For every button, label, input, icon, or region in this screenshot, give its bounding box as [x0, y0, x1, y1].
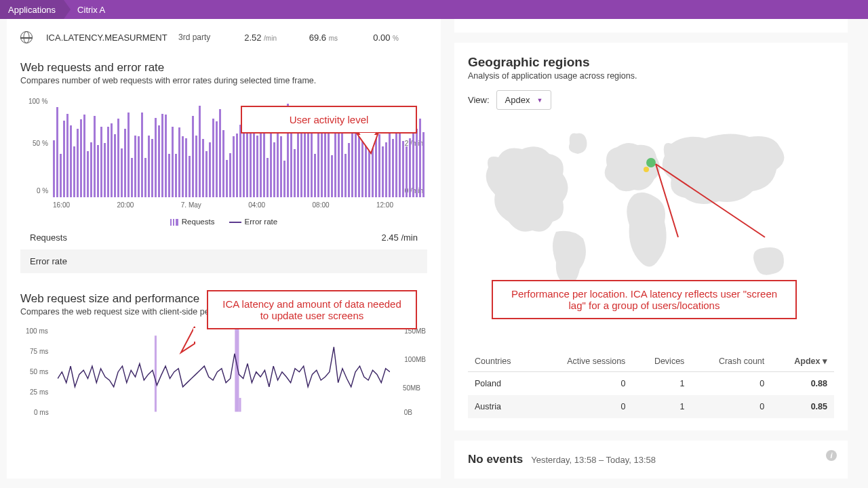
globe-icon	[20, 31, 33, 43]
geo-table: CountriesActive sessionsDevicesCrash cou…	[468, 350, 834, 418]
stat-requests[interactable]: Requests2.45 /min	[20, 226, 427, 249]
y-axis-label: 50 ms	[30, 368, 48, 375]
top-metric-row: ICA.LATENCY.MEASURMENT 3rd party 2.52 /m…	[20, 26, 427, 49]
web-requests-subtitle: Compares number of web requests with err…	[20, 76, 427, 85]
view-label: View:	[468, 95, 490, 105]
view-select[interactable]: Apdex▼	[496, 90, 552, 110]
svg-marker-1	[359, 133, 376, 136]
main-left-panel: ICA.LATENCY.MEASURMENT 3rd party 2.52 /m…	[7, 19, 441, 479]
y-axis-label: 25 ms	[30, 388, 48, 396]
svg-point-7	[646, 158, 656, 167]
chart-legend: Requests Error rate	[20, 218, 427, 226]
chevron-down-icon: ▼	[536, 97, 542, 104]
events-card[interactable]: No events Yesterday, 13:58 – Today, 13:5…	[454, 441, 848, 479]
svg-marker-3	[193, 328, 195, 342]
metric-party: 3rd party	[178, 33, 216, 42]
table-header[interactable]: CountriesActive sessionsDevicesCrash cou…	[468, 350, 834, 372]
y-axis-label: 0 ms	[34, 409, 49, 416]
svg-point-8	[644, 167, 649, 172]
svg-rect-4	[155, 336, 157, 411]
events-range: Yesterday, 13:58 – Today, 13:58	[531, 455, 656, 465]
y-axis-label: 0 %	[37, 187, 48, 195]
callout-activity: User activity level	[241, 106, 417, 134]
info-icon[interactable]: i	[826, 450, 837, 461]
y-axis-label: 0B	[404, 409, 412, 416]
geo-title: Geographic regions	[468, 55, 834, 70]
y-axis-label: 100 ms	[26, 327, 48, 335]
breadcrumb-root[interactable]: Applications	[0, 0, 64, 19]
y-axis-label: 50 %	[33, 140, 48, 147]
metric-name: ICA.LATENCY.MEASURMENT	[46, 33, 165, 43]
table-row[interactable]: Poland0100.88	[468, 372, 834, 396]
callout-latency: ICA latency and amount of data needed to…	[207, 290, 417, 329]
world-map[interactable]	[468, 117, 834, 293]
svg-marker-0	[357, 134, 378, 153]
y-axis-label: 50MB	[403, 384, 420, 392]
breadcrumb-current[interactable]: Citrix A	[64, 0, 113, 19]
size-perf-chart[interactable]: 100 ms 75 ms 50 ms 25 ms 0 ms 150MB 100M…	[20, 323, 427, 425]
metric-latency: 69.6 ms	[290, 33, 338, 43]
metric-pct: 0.00 %	[351, 33, 399, 43]
main-right-panel: Geographic regions Analysis of applicati…	[454, 19, 848, 479]
svg-rect-6	[239, 398, 241, 411]
y-axis-label: 75 ms	[30, 348, 48, 355]
stat-error-rate[interactable]: Error rate	[20, 249, 427, 273]
y-axis-label: 100MB	[404, 356, 426, 363]
breadcrumb: Applications Citrix A	[0, 0, 868, 19]
geo-regions-card: Geographic regions Analysis of applicati…	[454, 43, 848, 430]
table-row[interactable]: Austria0100.85	[468, 395, 834, 418]
y-axis-label: 100 %	[28, 98, 47, 105]
x-axis-labels: 16:0020:007. May04:0008:0012:00	[53, 201, 393, 209]
geo-subtitle: Analysis of application usage across reg…	[468, 71, 834, 81]
metric-rate: 2.52 /min	[229, 33, 277, 43]
web-requests-title: Web requests and error rate	[20, 61, 427, 75]
events-title: No events	[468, 453, 523, 466]
callout-geo: Performance per location. ICA latency re…	[492, 280, 797, 319]
empty-card	[454, 19, 848, 33]
